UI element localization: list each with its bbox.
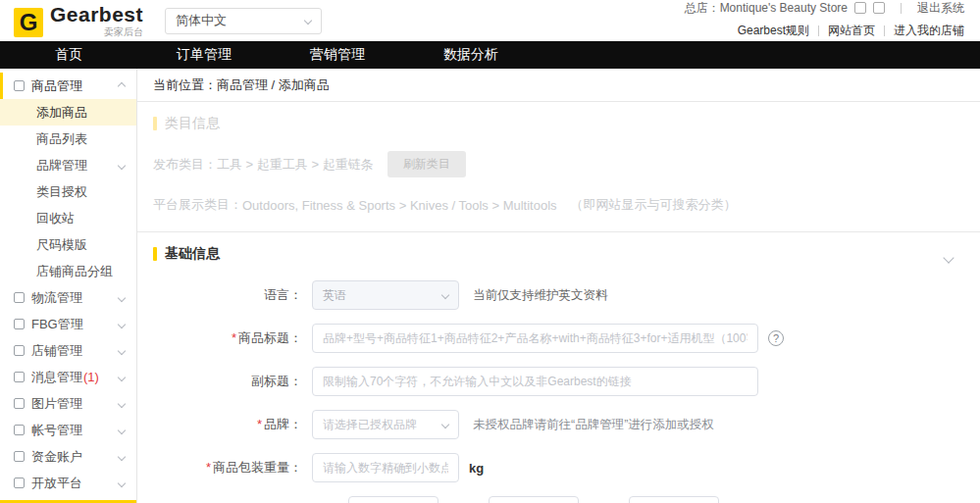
basic-section-title: 基础信息	[165, 245, 220, 263]
sidebar-item-product-list[interactable]: 商品列表	[0, 126, 136, 152]
chevron-down-icon	[118, 320, 126, 327]
subtitle-input[interactable]	[312, 367, 758, 396]
language-select-value: 简体中文	[176, 12, 227, 29]
chevron-down-icon	[118, 399, 126, 407]
chevron-down-icon	[943, 252, 954, 263]
chevron-down-icon	[118, 293, 126, 301]
sidebar-item-label: 图片管理	[31, 395, 82, 413]
app: G Gearbest 卖家后台 简体中文 总店：Montique's Beaut…	[0, 0, 980, 503]
product-title-row: *商品标题： ?	[153, 324, 964, 353]
sidebar-item-label: 帐号管理	[31, 422, 82, 439]
length-input[interactable]	[348, 496, 438, 503]
divider	[818, 25, 819, 36]
sidebar-item-fbg-management[interactable]: FBG管理	[0, 311, 136, 337]
sidebar-item-recycle-bin[interactable]: 回收站	[0, 205, 136, 231]
brand-name: Gearbest	[50, 4, 143, 25]
platform-category-label: 平台展示类目：	[153, 196, 242, 214]
width-input[interactable]	[489, 496, 579, 503]
funds-icon	[14, 451, 25, 462]
basic-info-form: 语言： 英语 当前仅支持维护英文资料 *商品标题： ? 副标题：	[153, 280, 964, 503]
category-section-title: 类目信息	[165, 115, 220, 132]
sidebar-item-brand-management[interactable]: 品牌管理	[0, 152, 136, 178]
section-marker	[153, 117, 157, 130]
divider	[884, 25, 885, 36]
language-hint: 当前仅支持维护英文资料	[473, 287, 608, 304]
nav-order-management[interactable]: 订单管理	[137, 46, 271, 64]
gearbest-logo[interactable]: G Gearbest 卖家后台	[14, 4, 143, 37]
height-input[interactable]	[629, 496, 719, 503]
sidebar-item-label: FBG管理	[31, 316, 83, 333]
weight-unit-label: kg	[469, 461, 484, 476]
sidebar-item-label: 回收站	[36, 210, 75, 227]
nav-marketing-management[interactable]: 营销管理	[271, 46, 404, 64]
logout-link[interactable]: 退出系统	[917, 0, 964, 17]
language-select[interactable]: 简体中文	[165, 8, 322, 34]
sidebar-item-store-product-groups[interactable]: 店铺商品分组	[0, 258, 136, 284]
link-gearbest-rules[interactable]: Gearbest规则	[738, 23, 809, 39]
chevron-down-icon	[118, 373, 126, 380]
required-mark: *	[232, 330, 236, 345]
language-row: 语言： 英语 当前仅支持维护英文资料	[153, 280, 964, 310]
sidebar-item-store-management[interactable]: 店铺管理	[0, 337, 136, 364]
product-title-input[interactable]	[312, 324, 758, 353]
chevron-down-icon	[118, 161, 126, 169]
header-account-area: 总店：Montique's Beauty Store 退出系统 Gearbest…	[685, 3, 964, 39]
chevron-down-icon	[118, 452, 126, 460]
sidebar-item-open-platform[interactable]: 开放平台	[0, 470, 136, 496]
help-icon[interactable]: ?	[768, 330, 784, 346]
brand-placeholder: 请选择已授权品牌	[323, 417, 417, 433]
sidebar-item-label: 店铺管理	[31, 342, 82, 360]
goods-icon	[14, 80, 25, 91]
language-select-field[interactable]: 英语	[312, 280, 459, 310]
sidebar-item-logistics-management[interactable]: 物流管理	[0, 284, 136, 311]
store-icon	[14, 345, 25, 356]
publish-category-label: 发布类目：	[153, 156, 217, 174]
chevron-down-icon	[441, 421, 449, 428]
sidebar: 商品管理 添加商品 商品列表 品牌管理 类目授权 回收站 尺码模版	[0, 69, 137, 503]
brand-hint: 未授权品牌请前往“品牌管理”进行添加或授权	[473, 417, 714, 433]
sidebar-item-label: 商品列表	[36, 130, 87, 148]
sidebar-item-label: 品牌管理	[36, 157, 87, 175]
brand-label: *品牌：	[153, 416, 312, 433]
link-enter-my-store[interactable]: 进入我的店铺	[894, 23, 964, 39]
shop-icon[interactable]	[854, 2, 866, 14]
sidebar-item-add-product[interactable]: 添加商品	[0, 99, 136, 126]
chevron-up-icon	[118, 81, 126, 89]
brand-select-field[interactable]: 请选择已授权品牌	[312, 410, 459, 439]
language-value: 英语	[323, 287, 346, 304]
sidebar-item-funds-account[interactable]: 资金账户	[0, 443, 136, 470]
collapse-section-button[interactable]	[945, 248, 953, 266]
basic-info-section: 基础信息 语言： 英语 当前仅支持维护英文资料 *商品标题：	[137, 232, 980, 503]
sidebar-item-label: 店铺商品分组	[36, 263, 113, 280]
platform-category-note: （即网站显示与可搜索分类）	[571, 196, 737, 214]
sidebar-item-product-management[interactable]: 商品管理	[0, 73, 136, 99]
sidebar-item-label: 类目授权	[36, 183, 87, 201]
sidebar-item-label: 添加商品	[36, 104, 87, 122]
brand-subtitle: 卖家后台	[104, 27, 143, 37]
package-weight-label: *商品包装重量：	[153, 459, 312, 477]
divider	[901, 3, 902, 14]
main-nav: 首页 订单管理 营销管理 数据分析	[0, 41, 980, 69]
publish-category-path: 工具 > 起重工具 > 起重链条	[217, 156, 374, 174]
package-weight-input[interactable]	[312, 453, 459, 482]
mail-icon[interactable]	[873, 2, 885, 14]
sidebar-item-size-template[interactable]: 尺码模版	[0, 231, 136, 258]
package-weight-row: *商品包装重量： kg	[153, 453, 964, 482]
link-site-home[interactable]: 网站首页	[828, 23, 875, 39]
nav-data-analysis[interactable]: 数据分析	[404, 46, 538, 64]
top-header: G Gearbest 卖家后台 简体中文 总店：Montique's Beaut…	[0, 0, 980, 41]
section-marker	[153, 247, 157, 261]
sidebar-item-label: 尺码模版	[36, 236, 87, 254]
sidebar-item-image-management[interactable]: 图片管理	[0, 390, 136, 417]
nav-home[interactable]: 首页	[0, 46, 137, 64]
sidebar-item-category-authorization[interactable]: 类目授权	[0, 178, 136, 205]
sidebar-item-account-management[interactable]: 帐号管理	[0, 417, 136, 443]
sidebar-item-message-management[interactable]: 消息管理 (1)	[0, 364, 136, 390]
breadcrumb: 当前位置：商品管理 / 添加商品	[137, 69, 980, 102]
refresh-category-button[interactable]: 刷新类目	[387, 151, 466, 177]
message-count-badge: (1)	[83, 370, 99, 384]
required-mark: *	[257, 417, 262, 431]
platform-category-path: Outdoors, Fitness & Sports > Knives / To…	[242, 198, 557, 213]
chevron-down-icon	[304, 17, 312, 25]
message-icon	[14, 372, 25, 382]
